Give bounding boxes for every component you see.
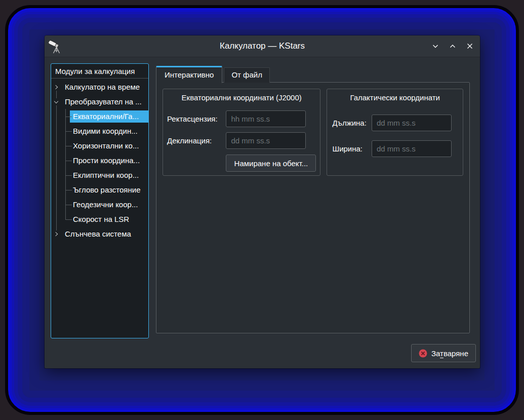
equatorial-group-title: Екваториални координати (J2000) — [163, 93, 320, 102]
expand-arrow-icon[interactable] — [53, 231, 60, 238]
tab-interactive[interactable]: Интерактивно — [156, 66, 222, 83]
sidebar-item-label: Ъглово разстояние — [70, 184, 148, 196]
galactic-longitude-input[interactable] — [372, 114, 452, 131]
sidebar-item[interactable]: Скорост на LSR — [51, 212, 148, 226]
close-window-button[interactable] — [465, 41, 475, 51]
equatorial-coordinates-group: Екваториални координати (J2000) Ректасце… — [163, 89, 320, 176]
right-ascension-input[interactable] — [226, 110, 306, 127]
kstars-calculator-window: Калкулатор — KStars Модули за калкулация… — [45, 35, 480, 368]
galactic-latitude-input[interactable] — [372, 140, 452, 157]
interactive-tab-panel: Екваториални координати (J2000) Ректасце… — [156, 82, 470, 333]
galactic-group-title: Галактически координати — [327, 93, 463, 102]
declination-label: Деклинация: — [167, 136, 216, 145]
maximize-button[interactable] — [448, 41, 458, 51]
tab-bar: ИнтерактивноОт файл — [156, 65, 271, 83]
minimize-button[interactable] — [430, 41, 440, 51]
expand-arrow-icon[interactable] — [53, 84, 60, 91]
sidebar-header: Модули за калкулация — [51, 64, 148, 79]
sidebar-item[interactable]: Слънчева система — [51, 226, 148, 241]
tab-from-file[interactable]: От файл — [224, 67, 270, 83]
sidebar-item[interactable]: Ъглово разстояние — [51, 182, 148, 197]
collapse-arrow-icon[interactable] — [53, 98, 60, 105]
sidebar-item-label: Скорост на LSR — [70, 213, 148, 225]
sidebar-item[interactable]: Еклиптични коор... — [51, 168, 148, 182]
close-dialog-button[interactable]: Затваряне — [411, 344, 476, 362]
sidebar-item[interactable]: Прости координа... — [51, 153, 148, 168]
sidebar-item[interactable]: Калкулатор на време — [51, 80, 148, 94]
sidebar-item-label: Геодезични коор... — [70, 199, 148, 211]
sidebar-item-label: Хоризонтални ко... — [70, 140, 148, 152]
sidebar-item-label: Екваториални/Га... — [70, 110, 148, 123]
sidebar-item[interactable]: Видими координ... — [51, 124, 148, 138]
titlebar[interactable]: Калкулатор — KStars — [45, 35, 480, 57]
window-title: Калкулатор — KStars — [45, 41, 480, 51]
sidebar-item-label: Калкулатор на време — [62, 81, 148, 93]
sidebar-item[interactable]: Преобразувател на ... — [51, 94, 148, 109]
calculation-modules-panel: Модули за калкулация Калкулатор на време… — [51, 63, 149, 338]
red-circle-x-icon — [419, 349, 427, 358]
sidebar-item[interactable]: Геодезични коор... — [51, 197, 148, 212]
sidebar-item-label: Прости координа... — [70, 155, 148, 167]
galactic-longitude-label: Дължина: — [332, 119, 371, 127]
right-ascension-label: Ректасцензия: — [167, 114, 222, 123]
sidebar-item-label: Слънчева система — [62, 228, 148, 240]
galactic-coordinates-group: Галактически координати Дължина: Ширина: — [327, 89, 463, 176]
declination-input[interactable] — [226, 132, 306, 149]
sidebar-item-label: Видими координ... — [70, 125, 148, 137]
sidebar-item[interactable]: Хоризонтални ко... — [51, 138, 148, 153]
sidebar-tree: Калкулатор на времеПреобразувател на ...… — [51, 79, 148, 241]
find-object-button[interactable]: Намиране на обект... — [226, 155, 316, 172]
sidebar-item-label: Преобразувател на ... — [62, 96, 148, 108]
close-dialog-label: Затваряне — [431, 349, 468, 358]
sidebar-item[interactable]: Екваториални/Га... — [51, 109, 148, 124]
sidebar-item-label: Еклиптични коор... — [70, 169, 148, 181]
galactic-latitude-label: Ширина: — [332, 144, 367, 153]
